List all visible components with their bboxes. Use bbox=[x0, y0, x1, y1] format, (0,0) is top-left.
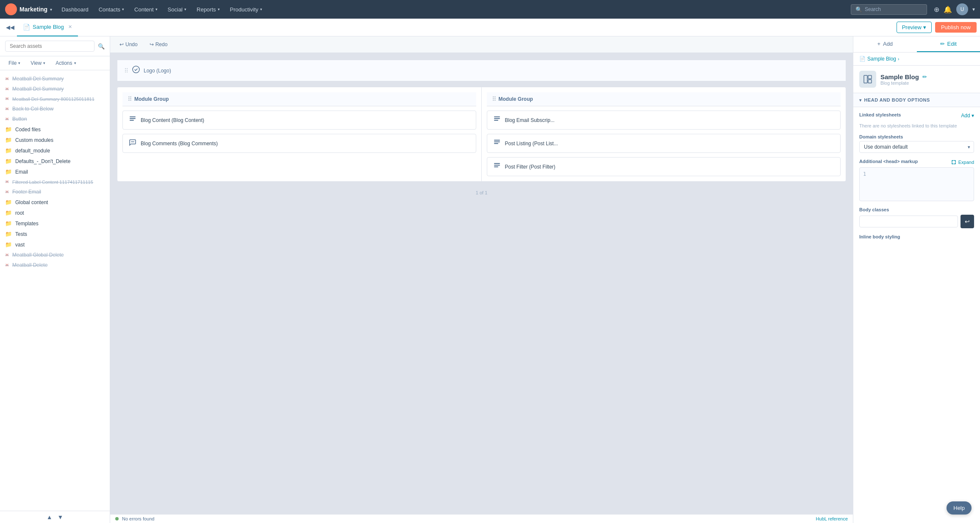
sidebar-scroll-down-button[interactable]: ▼ bbox=[58, 514, 64, 520]
nav-item-social[interactable]: Social ▾ bbox=[164, 5, 191, 14]
folder-icon: 📁 bbox=[5, 220, 12, 227]
main-layout: 🔍 File ▾ View ▾ Actions ▾ ✕ Meatball Del… bbox=[0, 36, 980, 523]
list-item[interactable]: ✕ Button bbox=[0, 114, 110, 124]
right-panel-body: ▾ HEAD AND BODY OPTIONS Linked styleshee… bbox=[853, 93, 980, 523]
nav-item-productivity[interactable]: Productivity ▾ bbox=[226, 5, 267, 14]
search-assets-input[interactable] bbox=[5, 41, 94, 52]
nav-item-reports[interactable]: Reports ▾ bbox=[192, 5, 224, 14]
tab-edit[interactable]: ✏ Edit bbox=[917, 36, 980, 52]
sidebar-scroll-up-button[interactable]: ▲ bbox=[47, 514, 53, 520]
list-item-global-content[interactable]: 📁 Global content bbox=[0, 197, 110, 208]
nav-item-dashboard[interactable]: Dashboard bbox=[57, 5, 93, 14]
svg-rect-3 bbox=[130, 120, 134, 121]
blog-comments-icon bbox=[129, 138, 136, 148]
sidebar-file-list: ✕ Meatball Del Summary ✕ Meatball Del Su… bbox=[0, 70, 110, 511]
list-item[interactable]: ✕ Meatball Global Delete bbox=[0, 250, 110, 260]
logo-block: ⠿ Logo (Logo) bbox=[117, 60, 846, 82]
undo-button[interactable]: ↩ Undo bbox=[115, 40, 142, 49]
redo-button[interactable]: ↪ Redo bbox=[145, 40, 172, 49]
module-blog-content[interactable]: Blog Content (Blog Content) bbox=[122, 111, 476, 130]
edit-pencil-icon: ✏ bbox=[940, 41, 945, 47]
canvas-pagination: 1 of 1 bbox=[117, 187, 846, 199]
delete-x-icon: ✕ bbox=[5, 252, 9, 258]
list-item[interactable]: ✕ Meatball Del Summary 8001125011811 bbox=[0, 94, 110, 104]
tab-sample-blog[interactable]: 📄 Sample Blog ✕ bbox=[17, 19, 78, 36]
module-blog-comments[interactable]: Blog Comments (Blog Comments) bbox=[122, 134, 476, 153]
folder-icon: 📁 bbox=[5, 231, 12, 237]
expand-markup-link[interactable]: Expand bbox=[951, 160, 974, 165]
head-markup-editor[interactable]: 1 bbox=[859, 167, 974, 201]
drag-handle-icon[interactable]: ⠿ bbox=[128, 96, 132, 102]
svg-rect-11 bbox=[494, 163, 500, 164]
module-blog-email[interactable]: Blog Email Subscrip... bbox=[487, 111, 841, 130]
module-post-filter[interactable]: Post Filter (Post Filter) bbox=[487, 157, 841, 176]
notifications-icon[interactable]: 🔔 bbox=[944, 6, 952, 14]
right-panel-tabs: + Add ✏ Edit bbox=[853, 36, 980, 53]
list-item[interactable]: ✕ Footer Email bbox=[0, 187, 110, 197]
nav-item-contacts[interactable]: Contacts ▾ bbox=[94, 5, 128, 14]
nav-search[interactable]: 🔍 Search bbox=[851, 4, 927, 15]
folder-icon: 📁 bbox=[5, 158, 12, 164]
preview-button[interactable]: Preview ▾ bbox=[897, 22, 932, 33]
list-item-vast[interactable]: 📁 vast bbox=[0, 239, 110, 250]
sidebar-search-icon[interactable]: 🔍 bbox=[98, 43, 105, 50]
body-classes-undo-button[interactable]: ↩ bbox=[961, 215, 974, 228]
svg-rect-10 bbox=[494, 143, 498, 144]
drag-handle-icon[interactable]: ⠿ bbox=[492, 96, 496, 102]
delete-x-icon: ✕ bbox=[5, 106, 9, 112]
delete-x-icon: ✕ bbox=[5, 86, 9, 92]
folder-icon: 📁 bbox=[5, 199, 12, 205]
delete-x-icon: ✕ bbox=[5, 179, 9, 185]
template-icon bbox=[859, 71, 876, 88]
module-post-listing[interactable]: Post Listing (Post List... bbox=[487, 134, 841, 153]
list-item-default-module[interactable]: 📁 default_module bbox=[0, 145, 110, 156]
list-item-templates[interactable]: 📁 Templates bbox=[0, 218, 110, 229]
add-stylesheet-link[interactable]: Add ▾ bbox=[961, 113, 974, 119]
file-menu-button[interactable]: File ▾ bbox=[5, 59, 24, 67]
body-classes-input[interactable] bbox=[859, 216, 958, 227]
list-item[interactable]: ✕ Back to Col Below bbox=[0, 104, 110, 114]
tab-close-button[interactable]: ✕ bbox=[68, 24, 72, 30]
avatar[interactable]: U bbox=[956, 3, 968, 15]
canvas-modules-grid: ⠿ Module Group Blog Conte bbox=[117, 87, 846, 181]
canvas-left-col: ⠿ Module Group Blog Conte bbox=[117, 87, 482, 181]
head-body-section-header[interactable]: ▾ HEAD AND BODY OPTIONS bbox=[853, 93, 980, 107]
nav-expand-icon[interactable]: ▾ bbox=[972, 6, 975, 12]
list-item[interactable]: ✕ Meatball Del Summary bbox=[0, 84, 110, 94]
template-edit-icon[interactable]: ✏ bbox=[922, 74, 927, 80]
list-item-root[interactable]: 📁 root bbox=[0, 208, 110, 218]
drag-handle-icon[interactable]: ⠿ bbox=[124, 67, 128, 74]
collapse-sidebar-button[interactable]: ◀◀ bbox=[3, 21, 17, 34]
domain-stylesheets-select[interactable]: Use domain default Custom bbox=[860, 141, 974, 152]
svg-rect-2 bbox=[130, 118, 136, 119]
list-item-coded-files[interactable]: 📁 Coded files bbox=[0, 124, 110, 135]
marketplace-icon[interactable]: ⊕ bbox=[934, 6, 939, 14]
help-button[interactable]: Help bbox=[947, 501, 972, 515]
publish-button[interactable]: Publish now bbox=[935, 22, 977, 33]
nav-brand[interactable]: Marketing ▾ bbox=[5, 3, 52, 15]
top-nav: Marketing ▾ Dashboard Contacts ▾ Content… bbox=[0, 0, 980, 19]
list-item-defaults-dont-delete[interactable]: 📁 Defaults_-_Don't_Delete bbox=[0, 156, 110, 166]
list-item-custom-modules[interactable]: 📁 Custom modules bbox=[0, 135, 110, 145]
view-menu-button[interactable]: View ▾ bbox=[27, 59, 49, 67]
svg-rect-6 bbox=[494, 118, 500, 119]
tab-add[interactable]: + Add bbox=[853, 36, 917, 52]
nav-item-content[interactable]: Content ▾ bbox=[130, 5, 162, 14]
list-item[interactable]: ✕ Meatball Delete bbox=[0, 260, 110, 270]
svg-rect-16 bbox=[868, 80, 872, 83]
folder-icon: 📁 bbox=[5, 241, 12, 248]
list-item[interactable]: ✕ Meatball Del Summary bbox=[0, 74, 110, 84]
list-item[interactable]: ✕ Filtered Label Content 1117411711115 bbox=[0, 177, 110, 187]
folder-icon: 📁 bbox=[5, 169, 12, 175]
list-item-tests[interactable]: 📁 Tests bbox=[0, 229, 110, 239]
canvas-toolbar: ↩ Undo ↪ Redo bbox=[110, 36, 853, 53]
actions-menu-button[interactable]: Actions ▾ bbox=[52, 59, 79, 67]
head-body-section-content: Linked stylesheets Add ▾ There are no st… bbox=[853, 107, 980, 250]
sidebar-toolbar: File ▾ View ▾ Actions ▾ bbox=[0, 56, 110, 70]
svg-rect-14 bbox=[864, 75, 867, 83]
breadcrumb-file-icon: 📄 bbox=[859, 56, 866, 62]
folder-icon: 📁 bbox=[5, 126, 12, 133]
right-panel-breadcrumb[interactable]: 📄 Sample Blog › bbox=[853, 53, 980, 66]
list-item-email[interactable]: 📁 Email bbox=[0, 166, 110, 177]
hubl-reference-link[interactable]: HubL reference bbox=[816, 516, 848, 521]
